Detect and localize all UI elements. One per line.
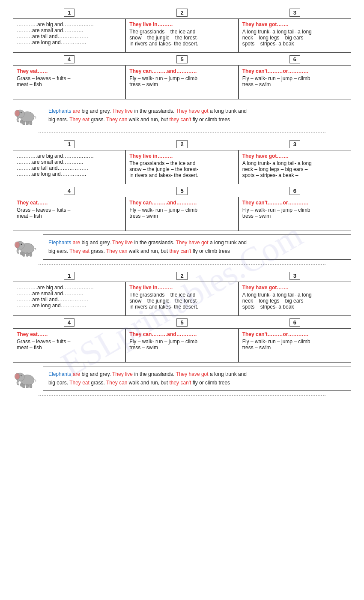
cell-line: Grass – leaves – fuits – xyxy=(17,207,122,213)
grid-bottom-3: They eat……Grass – leaves – fuits –meat –… xyxy=(13,328,351,363)
answer-row-1: Elephants are big and grey. They live in… xyxy=(13,103,351,128)
cell-line: ………are tall and……………… xyxy=(17,297,122,303)
section-divider-last xyxy=(39,395,325,396)
answer-part: big ears. xyxy=(48,380,69,386)
answer-part: big ears. xyxy=(48,248,69,254)
svg-rect-15 xyxy=(26,252,29,256)
cell-number-label: 6 xyxy=(289,187,300,195)
cell-header-red: They can't………or………… xyxy=(242,200,347,206)
answer-part: in the grasslands. xyxy=(133,371,176,377)
answer-part: in the grasslands. xyxy=(133,108,176,114)
elephant-icon xyxy=(13,103,39,128)
answer-text: Elephants are big and grey. They live in… xyxy=(48,108,247,123)
answer-part: fly or climb trees xyxy=(191,117,230,123)
answer-part: they can't xyxy=(169,117,191,123)
cell-line: ………are small and………… xyxy=(17,27,122,33)
answer-part: Elephants xyxy=(48,240,73,246)
grid-top-2: …………are big and………………………are small and………… xyxy=(13,150,351,184)
cell-number-label: 4 xyxy=(64,187,75,195)
cell-number-label: 5 xyxy=(176,318,187,327)
cell-header-red: They can't………or………… xyxy=(242,68,347,74)
cell-line: tress – swim xyxy=(242,213,347,219)
cell-header-red: They can………and………… xyxy=(129,200,234,206)
number-cell-3: 3 xyxy=(239,139,351,150)
cell-line: tress – swim xyxy=(129,345,234,351)
grid-top-3: …………are big and………………………are small and………… xyxy=(13,282,351,316)
answer-part: They have got xyxy=(176,108,209,114)
svg-rect-17 xyxy=(21,252,23,255)
number-row-bottom-1: 456 xyxy=(13,54,351,65)
answer-text: Elephants are big and grey. They live in… xyxy=(48,240,247,254)
cell-line: in rivers and lakes- the desert. xyxy=(129,41,234,47)
svg-point-20 xyxy=(15,373,20,379)
cell-top-3-2: They live in………The grasslands – the ice … xyxy=(125,282,238,316)
cell-header-red: They eat…… xyxy=(17,68,122,74)
answer-box-1: Elephants are big and grey. They live in… xyxy=(43,103,351,128)
cell-bottom-2-3: They can't………or…………Fly – walk- run – jum… xyxy=(239,197,351,231)
answer-part: They live xyxy=(112,108,133,114)
answer-part: walk and run, but xyxy=(127,248,169,254)
number-cell-4: 4 xyxy=(13,186,125,197)
cell-top-2-2: They live in………The grasslands – the ice … xyxy=(125,150,238,184)
number-row-top-2: 123 xyxy=(13,139,351,150)
answer-part: big and grey. xyxy=(80,371,112,377)
cell-header-red: They can………and………… xyxy=(129,331,234,337)
answer-part: walk and run, but xyxy=(127,380,169,386)
answer-part: fly or climb trees xyxy=(191,248,230,254)
cell-header-red: They live in……… xyxy=(129,21,234,27)
svg-rect-25 xyxy=(30,384,32,388)
answer-box-2: Elephants are big and grey. They live in… xyxy=(43,234,351,260)
answer-box-3: Elephants are big and grey. They live in… xyxy=(43,366,351,391)
answer-part: walk and run, but xyxy=(127,117,169,123)
cell-line: spots – stripes- a beak – xyxy=(242,304,347,310)
svg-rect-6 xyxy=(26,121,29,125)
cell-line: The grasslands – the ice and xyxy=(129,292,234,298)
cell-line: snow – the jungle – the forest- xyxy=(129,166,234,172)
cell-number-label: 6 xyxy=(289,55,300,63)
answer-part: They eat xyxy=(69,248,90,254)
cell-line: tress – swim xyxy=(242,345,347,351)
answer-part: are xyxy=(73,371,80,377)
number-cell-4: 4 xyxy=(13,54,125,65)
cell-header-red: They live in……… xyxy=(129,285,234,291)
number-cell-1: 1 xyxy=(13,139,125,150)
cell-bottom-3-3: They can't………or…………Fly – walk- run – jum… xyxy=(239,328,351,363)
cell-number-label: 5 xyxy=(176,55,187,63)
answer-part: They can xyxy=(106,248,127,254)
cell-line: ………are tall and……………… xyxy=(17,165,122,171)
answer-part: They have got xyxy=(176,240,209,246)
cell-header-red: They eat…… xyxy=(17,331,122,337)
answer-part: they can't xyxy=(169,248,191,254)
cell-number-label: 4 xyxy=(64,318,75,327)
cell-line: ………are small and………… xyxy=(17,159,122,165)
cell-line: Fly – walk- run – jump – climb xyxy=(242,75,347,81)
cell-number-label: 3 xyxy=(289,272,300,280)
svg-rect-26 xyxy=(21,383,23,386)
cell-number-label: 1 xyxy=(64,140,75,148)
section-divider xyxy=(39,264,325,265)
cell-line: tress – swim xyxy=(242,81,347,87)
svg-rect-24 xyxy=(26,384,29,388)
number-cell-2: 2 xyxy=(125,139,238,150)
cell-header-red: They can………and………… xyxy=(129,68,234,74)
cell-line: in rivers and lakes- the desert. xyxy=(129,172,234,178)
svg-point-13 xyxy=(21,243,22,244)
answer-part: big and grey. xyxy=(80,108,112,114)
answer-part: big ears. xyxy=(48,117,69,123)
answer-part: are xyxy=(73,108,80,114)
answer-text: Elephants are big and grey. They live in… xyxy=(48,371,247,386)
cell-line: neck – long legs – big ears – xyxy=(242,298,347,304)
answer-part: They eat xyxy=(69,117,90,123)
answer-part: grass. xyxy=(90,117,106,123)
cell-top-2-1: …………are big and………………………are small and………… xyxy=(13,150,125,184)
cell-number-label: 2 xyxy=(176,272,187,280)
cell-line: Grass – leaves – fuits – xyxy=(17,339,122,345)
cell-number-label: 5 xyxy=(176,187,187,195)
answer-part: a long trunk and xyxy=(209,240,247,246)
answer-part: Elephants xyxy=(48,371,73,377)
cell-line: neck – long legs – big ears – xyxy=(242,35,347,41)
cell-line: The grasslands – the ice and xyxy=(129,160,234,166)
svg-point-2 xyxy=(15,110,20,117)
cell-bottom-1-2: They can………and…………Fly – walk- run – jump… xyxy=(125,65,238,99)
cell-top-1-1: …………are big and………………………are small and………… xyxy=(13,18,125,53)
